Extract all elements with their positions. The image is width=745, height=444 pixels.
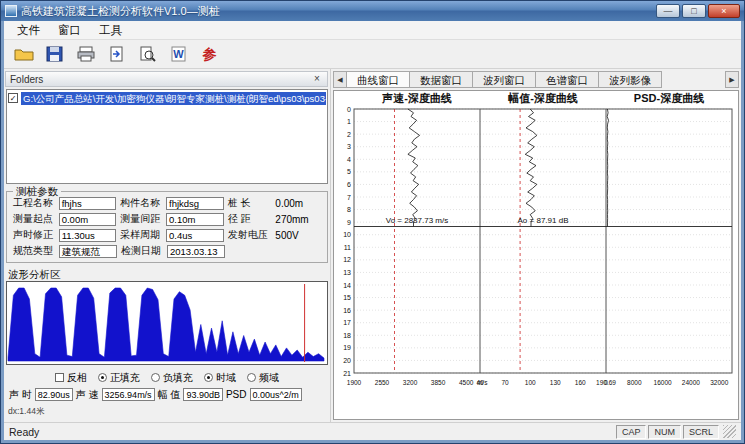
svg-text:16: 16 [343, 307, 351, 314]
param-value-measure-spacing[interactable]: 0.10m [166, 213, 224, 226]
cursor-note: dx:1.44米 [8, 406, 44, 418]
chart-title-velocity-depth: 声速-深度曲线 [381, 92, 452, 104]
annotation-amplitude-depth: Ao = 87.91 dB [518, 216, 569, 225]
page-arrow-icon [109, 46, 125, 62]
svg-text:3200: 3200 [403, 379, 418, 386]
readout-value-sound-time[interactable]: 82.90us [35, 388, 73, 401]
word-doc-icon: W [171, 46, 187, 62]
tab-curve-window[interactable]: 曲线窗口 [347, 71, 410, 88]
waveform-chart[interactable] [6, 281, 328, 365]
control-positive-fill[interactable]: 正填充 [98, 371, 140, 385]
menu-item-window[interactable]: 窗口 [49, 23, 90, 38]
param-label-component-name: 构件名称 [116, 196, 166, 210]
depth-curves-chart[interactable]: 0123456789101112131415161718192021声速-深度曲… [334, 91, 739, 403]
main-area: Folders × ✓ G:\公司产品总站\开发\加密狗仪器\朗智专家测桩\测桩… [4, 69, 741, 422]
param-row: 声时修正11.30us采样周期0.4us发射电压500V [9, 227, 325, 243]
resize-grip-icon[interactable] [723, 425, 736, 438]
tab-strip: ◀ 曲线窗口数据窗口波列窗口色谱窗口波列影像 ▶ [333, 71, 739, 88]
svg-text:9: 9 [347, 219, 351, 226]
title-bar[interactable]: 高铁建筑混凝土检测分析软件V1.0—测桩 — □ × [1, 1, 744, 21]
print-preview-button[interactable] [134, 42, 161, 67]
menu-item-file[interactable]: 文件 [8, 23, 49, 38]
list-item[interactable]: ✓ G:\公司产品总站\开发\加密狗仪器\朗智专家测桩\测桩(朗智ed\ps03… [8, 91, 326, 105]
checkbox-icon[interactable]: ✓ [8, 93, 18, 103]
readout-label-sound-time: 声 时 [9, 388, 32, 402]
svg-text:40: 40 [476, 379, 484, 386]
tab-wave-image[interactable]: 波列影像 [599, 71, 662, 88]
curve-amplitude-depth [525, 109, 537, 227]
chart-title-psd-depth: PSD-深度曲线 [634, 92, 704, 104]
svg-text:19: 19 [343, 344, 351, 351]
print-preview-icon [139, 46, 156, 62]
readouts: 声 时82.90us声 速3256.94m/s幅 值93.90dBPSD0.00… [6, 387, 330, 402]
open-button[interactable] [10, 42, 37, 67]
params-group: 测桩参数 工程名称fhjhs构件名称fhjkdsg桩 长0.00m测量起点0.0… [6, 191, 328, 263]
param-value-pile-length: 0.00m [273, 198, 325, 209]
param-value-sample-period[interactable]: 0.4us [166, 229, 224, 242]
svg-text:70: 70 [501, 379, 509, 386]
svg-text:32000: 32000 [710, 379, 728, 386]
radio-icon[interactable] [204, 373, 213, 382]
close-button[interactable]: × [708, 4, 740, 18]
file-path[interactable]: G:\公司产品总站\开发\加密狗仪器\朗智专家测桩\测桩(朗智ed\ps03\p… [21, 92, 326, 105]
panel-close-icon[interactable]: × [311, 73, 323, 85]
curve-psd-depth [607, 109, 608, 227]
maximize-button[interactable]: □ [682, 4, 706, 18]
readout-value-amplitude[interactable]: 93.90dB [183, 388, 223, 401]
status-cells: CAPNUMSCRL [614, 425, 719, 439]
chart-panel: ◀ 曲线窗口数据窗口波列窗口色谱窗口波列影像 ▶ 012345678910111… [330, 69, 741, 422]
param-value-project-name[interactable]: fhjhs [59, 197, 117, 210]
readout-value-psd[interactable]: 0.00us^2/m [250, 388, 302, 401]
status-bar: Ready CAPNUMSCRL [4, 422, 741, 440]
word-export-button[interactable]: W [165, 42, 192, 67]
param-value-start-depth[interactable]: 0.00m [59, 213, 117, 226]
param-value-test-date[interactable]: 2013.03.13 [167, 245, 225, 258]
tab-spectrum-window[interactable]: 色谱窗口 [536, 71, 599, 88]
file-list[interactable]: ✓ G:\公司产品总站\开发\加密狗仪器\朗智专家测桩\测桩(朗智ed\ps03… [6, 89, 328, 184]
radio-icon[interactable] [151, 373, 160, 382]
readout-value-sound-velocity[interactable]: 3256.94m/s [102, 388, 155, 401]
minimize-button[interactable]: — [656, 4, 680, 18]
svg-text:20: 20 [343, 357, 351, 364]
parameters-button[interactable]: 参 [196, 42, 223, 67]
annotation-velocity-depth: Vo = 2837.73 m/s [386, 216, 449, 225]
svg-text:100: 100 [525, 379, 536, 386]
save-button[interactable] [41, 42, 68, 67]
svg-text:3850: 3850 [431, 379, 446, 386]
param-value-time-correction[interactable]: 11.30us [59, 229, 117, 242]
svg-text:W: W [173, 48, 184, 60]
param-label-standard-type: 规范类型 [9, 244, 59, 258]
folders-title: Folders [10, 74, 43, 85]
control-label-time-domain: 时域 [216, 371, 236, 385]
svg-text:3: 3 [347, 143, 351, 150]
svg-text:24000: 24000 [682, 379, 700, 386]
svg-text:1: 1 [347, 118, 351, 125]
radio-icon[interactable] [247, 373, 256, 382]
menu-item-tools[interactable]: 工具 [90, 23, 131, 38]
tab-wave-list-window[interactable]: 波列窗口 [473, 71, 536, 88]
control-time-domain[interactable]: 时域 [204, 371, 236, 385]
param-value-standard-type[interactable]: 建筑规范 [59, 245, 117, 258]
param-value-component-name[interactable]: fhjkdsg [166, 197, 224, 210]
control-label-freq-domain: 频域 [259, 371, 279, 385]
control-negative-fill[interactable]: 负填充 [151, 371, 193, 385]
svg-text:8: 8 [347, 206, 351, 213]
chart-title-amplitude-depth: 幅值-深度曲线 [507, 92, 578, 104]
svg-text:1900: 1900 [347, 379, 362, 386]
control-freq-domain[interactable]: 频域 [247, 371, 279, 385]
tab-scroll-right-icon[interactable]: ▶ [725, 71, 739, 88]
svg-text:13: 13 [343, 269, 351, 276]
svg-text:4: 4 [347, 156, 351, 163]
control-invert[interactable]: 反相 [55, 371, 87, 385]
svg-text:11: 11 [344, 244, 351, 251]
curves-area: 0123456789101112131415161718192021声速-深度曲… [333, 90, 739, 420]
svg-text:18: 18 [343, 332, 351, 339]
param-label-emit-voltage: 发射电压 [224, 228, 274, 242]
checkbox-icon[interactable] [55, 373, 64, 382]
export-button[interactable] [103, 42, 130, 67]
tab-data-window[interactable]: 数据窗口 [410, 71, 473, 88]
print-button[interactable] [72, 42, 99, 67]
tab-scroll-left-icon[interactable]: ◀ [333, 71, 347, 88]
radio-icon[interactable] [98, 373, 107, 382]
svg-text:130: 130 [550, 379, 561, 386]
